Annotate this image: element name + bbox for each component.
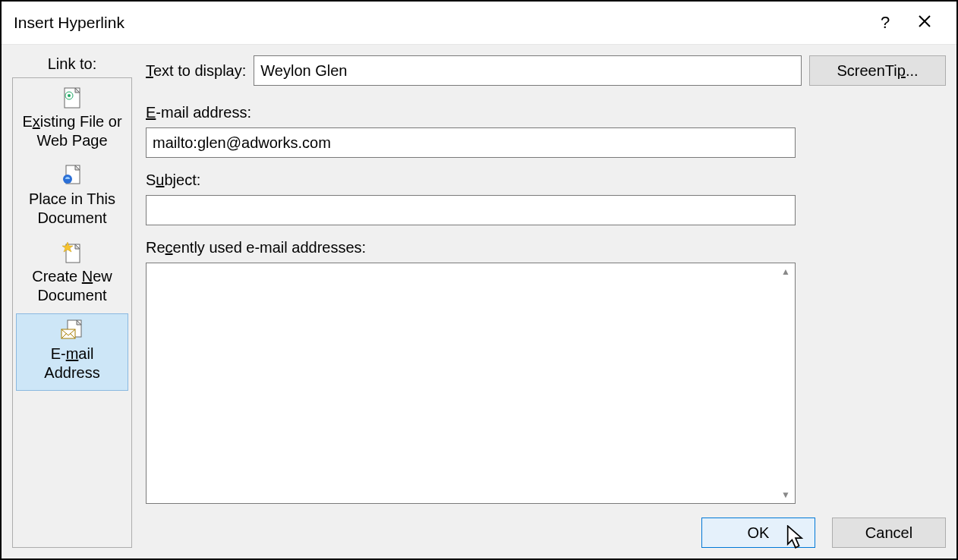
email-address-group: E-mail address:: [146, 104, 796, 158]
ok-button[interactable]: OK: [701, 518, 815, 548]
linkto-email-address[interactable]: E-mail Address: [16, 313, 128, 391]
existing-file-icon: [21, 87, 123, 109]
linkto-place-in-doc[interactable]: Place in This Document: [16, 159, 128, 236]
client-area: Link to: Existing File or: [2, 44, 956, 558]
email-address-input[interactable]: [146, 127, 796, 158]
help-icon: ?: [881, 13, 890, 33]
subject-input[interactable]: [146, 195, 796, 225]
main-panel: Text to display: ScreenTip... E-mail add…: [146, 55, 946, 548]
linkto-panel: Link to: Existing File or: [12, 55, 132, 548]
scroll-up-icon: ▲: [781, 266, 790, 277]
linkto-create-new[interactable]: Create New Document: [16, 236, 128, 313]
linkto-label: Place in This Document: [21, 190, 123, 228]
scrollbar[interactable]: ▲ ▼: [777, 263, 795, 503]
insert-hyperlink-dialog: Insert Hyperlink ? Link to:: [0, 0, 958, 560]
help-button[interactable]: ?: [865, 8, 905, 38]
recent-addresses-list[interactable]: ▲ ▼: [146, 263, 796, 504]
linkto-header: Link to:: [12, 55, 132, 73]
linkto-label: E-mail Address: [21, 344, 123, 382]
email-address-label: E-mail address:: [146, 104, 796, 121]
email-address-icon: [21, 319, 123, 341]
window-title: Insert Hyperlink: [14, 14, 865, 32]
screentip-button[interactable]: ScreenTip...: [809, 55, 946, 86]
linkto-existing-file[interactable]: Existing File or Web Page: [16, 81, 128, 159]
svg-point-3: [68, 94, 71, 97]
text-to-display-input[interactable]: [254, 55, 802, 86]
subject-label: Subject:: [146, 171, 796, 189]
close-button[interactable]: [905, 8, 944, 38]
linkto-label: Create New Document: [21, 267, 123, 305]
scroll-down-icon: ▼: [781, 489, 790, 500]
titlebar: Insert Hyperlink ?: [2, 2, 956, 44]
cancel-button[interactable]: Cancel: [832, 518, 946, 548]
place-in-doc-icon: [21, 164, 123, 187]
create-new-icon: [21, 241, 123, 264]
linkto-label: Existing File or Web Page: [21, 112, 123, 150]
text-to-display-label: Text to display:: [146, 62, 246, 80]
close-icon: [918, 13, 931, 33]
right-side-spacer: [809, 104, 946, 504]
dialog-footer: OK Cancel: [146, 504, 946, 548]
linkto-list: Existing File or Web Page: [12, 77, 132, 548]
recent-label: Recently used e-mail addresses:: [146, 239, 796, 256]
subject-group: Subject:: [146, 171, 796, 225]
